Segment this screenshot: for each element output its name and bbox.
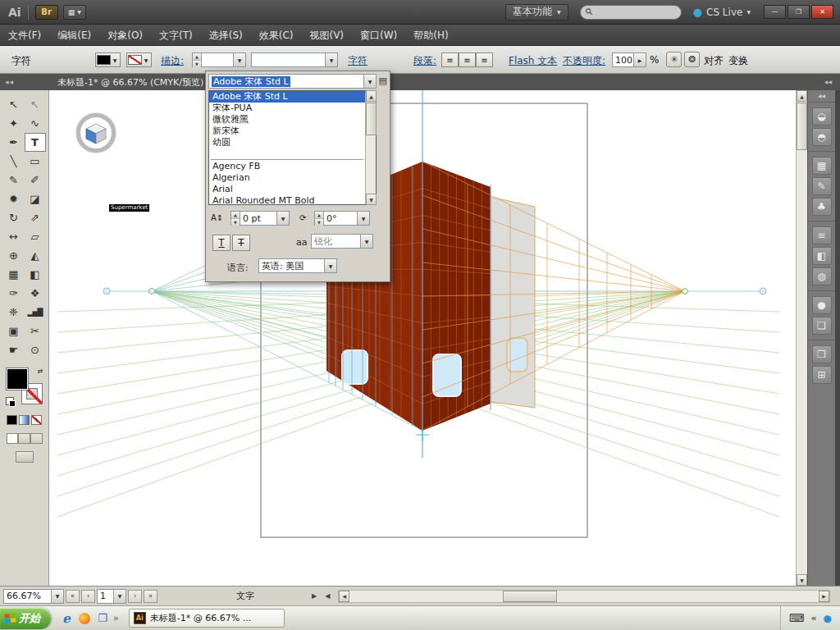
free-transform-tool[interactable]: ▱ — [25, 227, 46, 246]
symbols-panel-icon[interactable]: ♣ — [812, 198, 832, 216]
align-center-button[interactable]: ≡ — [459, 52, 476, 67]
panel-menu-icon[interactable]: ▤ — [379, 75, 387, 86]
menu-window[interactable]: 窗口(W) — [352, 25, 405, 46]
menu-file[interactable]: 文件(F) — [0, 25, 49, 46]
rotate-tool[interactable]: ↻ — [3, 208, 25, 227]
gradient-button[interactable] — [19, 415, 30, 425]
layers-panel-icon[interactable]: ❐ — [812, 345, 832, 363]
screen-mode-button[interactable] — [16, 451, 34, 463]
font-option[interactable]: Arial Rounded MT Bold — [209, 195, 365, 207]
tray-expand-icon[interactable]: « — [810, 613, 816, 623]
swap-fill-stroke-icon[interactable]: ⇄ — [38, 368, 43, 375]
start-button[interactable]: 开始 — [0, 608, 51, 629]
font-option[interactable]: Agency FB — [209, 161, 365, 172]
first-artboard-button[interactable]: « — [66, 590, 80, 603]
zoom-tool[interactable]: ⊙ — [25, 340, 46, 359]
menu-help[interactable]: 帮助(H) — [405, 25, 456, 46]
align-right-button[interactable]: ≡ — [476, 52, 493, 67]
align-left-button[interactable]: ≡ — [441, 52, 459, 67]
font-option[interactable]: Algerian — [209, 172, 365, 184]
graphic-styles-panel-icon[interactable]: ❏ — [812, 317, 832, 335]
language-combo[interactable]: 英语: 美国 ▼ — [258, 258, 337, 273]
direct-selection-tool[interactable]: ↖ — [25, 95, 46, 114]
scroll-right-icon[interactable]: ▶ — [819, 591, 829, 602]
width-tool[interactable]: ↔ — [3, 227, 25, 246]
transform-panel-label[interactable]: 变换 — [728, 54, 748, 68]
opacity-combo[interactable]: 100 ▶ — [612, 52, 646, 67]
menu-object[interactable]: 对象(O) — [99, 25, 151, 46]
stroke-weight-combo[interactable]: ▲▼ ▼ — [192, 52, 246, 67]
scroll-thumb[interactable] — [503, 591, 557, 602]
menu-effect[interactable]: 效果(C) — [251, 25, 302, 46]
draw-normal-button[interactable] — [7, 433, 19, 444]
color-button[interactable] — [7, 415, 17, 425]
kerning-combo[interactable]: ▲▼ 0 pt ▼ — [231, 211, 290, 226]
strikethrough-button[interactable]: T — [232, 235, 250, 251]
underline-button[interactable]: T — [212, 235, 231, 251]
font-option[interactable]: 宋体-PUA — [209, 103, 365, 114]
scroll-down-icon[interactable]: ▼ — [797, 574, 807, 586]
rectangle-tool[interactable]: ▭ — [25, 152, 46, 171]
plane-switching-widget[interactable] — [76, 113, 116, 153]
menu-select[interactable]: 选择(S) — [201, 25, 251, 46]
stepper[interactable]: ▲▼ — [231, 212, 240, 225]
status-prev-icon[interactable]: ◀ — [325, 592, 330, 600]
options-button[interactable]: ❂ — [684, 52, 700, 67]
stepper[interactable]: ▲▼ — [315, 212, 324, 225]
paragraph-panel-link[interactable]: 段落: — [413, 54, 436, 68]
stroke-panel-icon[interactable]: ≡ — [812, 226, 832, 244]
font-option[interactable]: 新宋体 — [209, 126, 365, 137]
brushes-panel-icon[interactable]: ✎ — [812, 177, 832, 195]
minimize-button[interactable]: — — [764, 5, 786, 19]
zoom-combo[interactable]: 66.67% ▼ — [3, 589, 64, 604]
status-next-icon[interactable]: ▶ — [312, 592, 317, 600]
width-profile-combo[interactable]: ▼ — [251, 52, 338, 67]
horizontal-scrollbar[interactable]: ◀ ▶ — [338, 590, 830, 603]
workspace-switcher-button[interactable]: 基本功能 ▼ — [505, 4, 568, 21]
collapse-toolbar-icon[interactable]: ◀◀ — [5, 79, 14, 84]
transparency-panel-icon[interactable]: ◍ — [812, 267, 832, 285]
cs-live-button[interactable]: ● CS Live ▼ — [693, 6, 751, 18]
anti-alias-combo[interactable]: 锐化 ▼ — [311, 234, 373, 249]
blob-brush-tool[interactable]: ✹ — [3, 189, 25, 208]
tray-status-icon[interactable]: ● — [824, 613, 832, 624]
search-input[interactable]: ⚲ — [580, 5, 682, 20]
menu-view[interactable]: 视图(V) — [301, 25, 352, 46]
stroke-color-dropdown[interactable]: ▼ — [126, 52, 152, 67]
font-family-combo[interactable]: Adobe 宋体 Std L ▼ — [208, 74, 377, 89]
scroll-thumb[interactable] — [797, 103, 807, 150]
symbol-sprayer-tool[interactable]: ❈ — [3, 303, 25, 322]
stroke-panel-link[interactable]: 描边: — [161, 54, 184, 68]
scroll-left-icon[interactable]: ◀ — [339, 591, 349, 602]
slice-tool[interactable]: ✂ — [25, 322, 46, 340]
close-button[interactable]: ✕ — [811, 5, 833, 19]
type-tool[interactable]: T — [25, 133, 46, 152]
recolor-artwork-button[interactable]: ✳ — [666, 52, 682, 67]
media-player-icon[interactable] — [79, 613, 90, 624]
menu-edit[interactable]: 编辑(E) — [49, 25, 99, 46]
color-panel-icon[interactable]: ◒ — [812, 107, 832, 126]
dropdown-scrollbar[interactable]: ▲ ▼ — [365, 91, 376, 204]
scale-tool[interactable]: ⇗ — [25, 208, 46, 227]
artboard-number-combo[interactable]: 1 ▼ — [97, 589, 126, 604]
restore-button[interactable]: ❐ — [788, 5, 810, 19]
draw-inside-button[interactable] — [30, 433, 43, 444]
fill-color-dropdown[interactable]: ▼ — [95, 52, 121, 67]
text-object[interactable]: Supermarket — [109, 204, 149, 212]
next-artboard-button[interactable]: › — [128, 590, 142, 603]
font-option[interactable]: 微软雅黑 — [209, 114, 365, 126]
menu-type[interactable]: 文字(T) — [151, 25, 201, 46]
font-option[interactable]: Adobe 宋体 Std L — [209, 91, 365, 103]
expand-dock-icon[interactable]: ◀◀ — [808, 90, 835, 102]
scroll-up-icon[interactable]: ▲ — [797, 90, 807, 102]
vertical-scrollbar[interactable]: ▲ ▼ — [796, 90, 807, 586]
default-fill-stroke-icon[interactable] — [6, 397, 14, 405]
font-option[interactable]: 幼圆 — [209, 137, 365, 148]
character-panel-link[interactable]: 字符 — [348, 54, 368, 68]
bridge-button[interactable]: Br — [35, 5, 58, 20]
keyboard-tray-icon[interactable]: ⌨ — [789, 612, 805, 624]
eyedropper-tool[interactable]: ✑ — [3, 284, 25, 303]
document-tab[interactable]: 未标题-1* @ 66.67% (CMYK/预览) — [57, 76, 203, 89]
show-desktop-icon[interactable]: ❐ — [95, 611, 110, 626]
column-graph-tool[interactable]: ▂▅█ — [25, 303, 46, 322]
